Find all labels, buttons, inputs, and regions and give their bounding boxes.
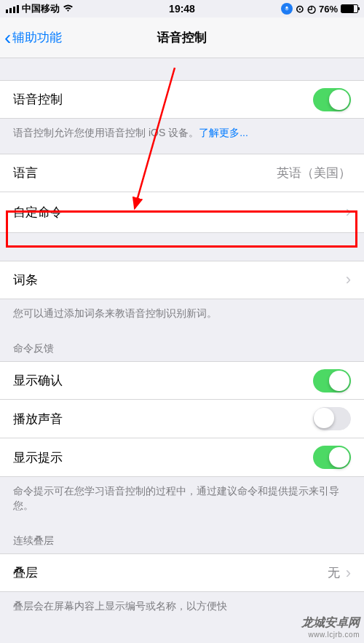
voice-control-toggle[interactable] (313, 88, 351, 111)
chevron-left-icon: ‹ (4, 28, 11, 48)
status-right: ⊙ ◴ 76% (281, 3, 358, 15)
signal-icon (6, 5, 19, 13)
show-hints-label: 显示提示 (13, 449, 313, 466)
status-bar: 中国移动 19:48 ⊙ ◴ 76% (0, 0, 364, 17)
overlay-label: 叠层 (13, 564, 328, 581)
status-time: 19:48 (169, 3, 195, 15)
chevron-right-icon: › (346, 202, 351, 221)
svg-point-0 (285, 7, 288, 9)
overlay-value: 无 (328, 564, 340, 581)
custom-commands-label: 自定命令 (13, 204, 340, 221)
vocabulary-footer: 您可以通过添加词条来教语音控制识别新词。 (0, 299, 364, 328)
carrier-label: 中国移动 (22, 2, 60, 15)
overlay-row[interactable]: 叠层 无 › (0, 553, 364, 592)
alarm-icon: ⊙ (296, 3, 304, 15)
show-confirm-row[interactable]: 显示确认 (0, 361, 364, 400)
page-title: 语音控制 (157, 29, 207, 46)
back-button[interactable]: ‹ 辅助功能 (4, 28, 62, 48)
voice-control-active-icon (281, 3, 293, 15)
learn-more-link[interactable]: 了解更多... (199, 127, 248, 138)
battery-percent: 76% (319, 4, 338, 15)
show-confirm-toggle[interactable] (313, 369, 351, 392)
back-label: 辅助功能 (12, 29, 62, 46)
battery-icon (341, 4, 358, 13)
show-confirm-label: 显示确认 (13, 372, 313, 389)
play-sound-label: 播放声音 (13, 411, 313, 427)
clock-icon: ◴ (307, 3, 316, 15)
voice-control-footer: 语音控制允许您使用语音控制 iOS 设备。了解更多... (0, 119, 364, 148)
chevron-right-icon: › (346, 270, 351, 289)
custom-commands-row[interactable]: 自定命令 › (0, 192, 364, 233)
overlay-header: 连续叠层 (0, 520, 364, 553)
show-hints-row[interactable]: 显示提示 (0, 438, 364, 477)
play-sound-row[interactable]: 播放声音 (0, 400, 364, 438)
vocabulary-label: 词条 (13, 272, 340, 288)
show-hints-toggle[interactable] (313, 446, 351, 469)
voice-control-row[interactable]: 语音控制 (0, 80, 364, 119)
chevron-right-icon: › (346, 564, 351, 583)
language-label: 语言 (13, 165, 277, 181)
overlay-footer: 叠层会在屏幕内容上显示编号或名称，以方便快 (0, 592, 364, 621)
language-value: 英语（美国） (277, 165, 351, 181)
navigation-bar: ‹ 辅助功能 语音控制 (0, 17, 364, 58)
status-left: 中国移动 (6, 2, 74, 15)
feedback-footer: 命令提示可在您学习语音控制的过程中，通过建议命令和提供提示来引导您。 (0, 477, 364, 520)
voice-control-label: 语音控制 (13, 91, 313, 108)
wifi-icon (63, 4, 74, 15)
feedback-header: 命令反馈 (0, 328, 364, 361)
language-row[interactable]: 语言 英语（美国） (0, 154, 364, 192)
vocabulary-row[interactable]: 词条 › (0, 261, 364, 299)
play-sound-toggle[interactable] (313, 407, 351, 430)
